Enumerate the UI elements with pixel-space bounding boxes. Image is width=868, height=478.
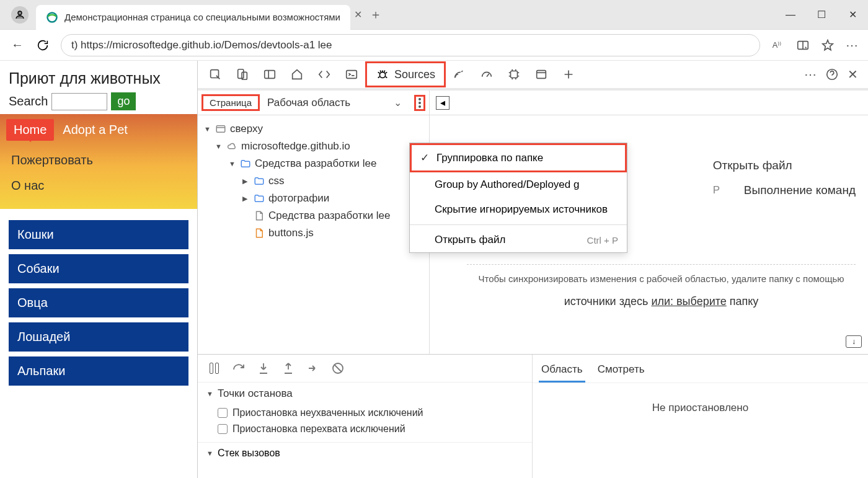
list-item[interactable]: Альпаки <box>9 356 188 386</box>
pause-button[interactable] <box>206 361 221 376</box>
inspect-icon[interactable] <box>202 61 229 88</box>
step-over-icon[interactable] <box>231 361 246 376</box>
welcome-icon[interactable] <box>283 61 311 88</box>
breakpoint-uncaught[interactable]: Приостановка неухваченных исключений <box>206 405 523 421</box>
refresh-button[interactable] <box>36 38 50 52</box>
reader-icon[interactable] <box>796 38 810 52</box>
close-button[interactable]: ✕ <box>837 3 868 27</box>
more-icon[interactable]: ⋯ <box>846 38 858 53</box>
tree-folder[interactable]: Средства разработки lee <box>198 155 429 172</box>
devtools-tabs: Sources ⋯ ✕ <box>198 61 868 91</box>
debugger-pane: Точки останова Приостановка неухваченных… <box>198 354 868 478</box>
file-icon <box>254 210 265 221</box>
close-devtools-icon[interactable]: ✕ <box>848 67 858 82</box>
svg-rect-11 <box>537 71 546 79</box>
main-content: Приют для животных Search go Home Adopt … <box>0 61 868 478</box>
tree-folder-css[interactable]: css <box>198 172 429 190</box>
workspace-tab[interactable]: Рабочая область <box>264 97 350 109</box>
nav-adopt[interactable]: Adopt a Pet <box>60 119 130 141</box>
svg-point-9 <box>379 72 385 77</box>
divider <box>410 224 627 225</box>
tree-folder-photos[interactable]: фотографии <box>198 190 429 207</box>
address-bar[interactable]: t) https://microsoftedge.github.io/Demos… <box>61 34 760 56</box>
more-options-button[interactable] <box>414 95 425 111</box>
profile-avatar[interactable] <box>11 6 29 24</box>
ctx-group-authored[interactable]: Group by Authored/Deployed g <box>410 172 627 197</box>
page-tab[interactable]: Страница <box>202 94 260 111</box>
browser-tab[interactable]: Демонстрационная страница со специальным… <box>36 5 350 30</box>
scope-tab[interactable]: Область <box>539 358 585 383</box>
browser-toolbar: ← t) https://microsoftedge.github.io/Dem… <box>0 30 868 61</box>
nav-home[interactable]: Home <box>6 119 54 141</box>
ctx-hide-ignored[interactable]: Скрытие игнорируемых источников <box>410 197 627 222</box>
step-icon[interactable] <box>306 361 321 376</box>
application-icon[interactable] <box>528 61 555 88</box>
memory-icon[interactable] <box>500 61 528 88</box>
deactivate-breakpoints-icon[interactable] <box>330 361 345 376</box>
context-menu: ✓ Группировка по папке Group by Authored… <box>409 143 627 253</box>
list-item[interactable]: Собаки <box>9 254 188 283</box>
nav-about[interactable]: О нас <box>0 171 197 197</box>
svg-rect-5 <box>238 69 244 79</box>
sources-navigator: Страница Рабочая область ⌄ сверху <box>198 91 430 354</box>
device-icon[interactable] <box>229 61 256 88</box>
search-label: Search <box>9 94 48 108</box>
debug-toolbar <box>198 355 532 383</box>
add-tab-icon[interactable] <box>555 61 582 88</box>
console-icon[interactable] <box>338 61 365 88</box>
collapse-icon[interactable]: ◂ <box>436 96 450 110</box>
check-icon: ✓ <box>420 151 430 164</box>
tree-domain[interactable]: microsoftedge.github.io <box>198 138 429 155</box>
svg-text:A⁾⁾: A⁾⁾ <box>773 40 782 49</box>
folder-icon <box>240 158 251 169</box>
animal-list: Кошки Собаки Овца Лошадей Альпаки <box>0 209 197 397</box>
shortcut: Ctrl + P <box>587 235 618 246</box>
tree-file-html[interactable]: Средства разработки lee <box>198 207 429 224</box>
chevron-down-icon[interactable]: ⌄ <box>389 97 407 108</box>
breakpoint-caught[interactable]: Приостановка перехвата исключений <box>206 421 523 437</box>
step-out-icon[interactable] <box>281 361 296 376</box>
download-icon[interactable]: ↓ <box>846 335 862 348</box>
list-item[interactable]: Овца <box>9 288 188 317</box>
checkbox[interactable] <box>218 424 228 434</box>
folder-icon <box>254 175 265 187</box>
favorite-icon[interactable] <box>821 38 835 52</box>
step-into-icon[interactable] <box>256 361 271 376</box>
back-button[interactable]: ← <box>10 38 25 52</box>
network-icon[interactable] <box>446 61 473 88</box>
list-item[interactable]: Кошки <box>9 220 188 249</box>
ctx-group-by-folder[interactable]: ✓ Группировка по папке <box>410 143 627 172</box>
tree-file-js[interactable]: buttons.js <box>198 224 429 242</box>
svg-rect-13 <box>216 126 225 133</box>
search-input[interactable] <box>51 93 107 110</box>
performance-icon[interactable] <box>473 61 500 88</box>
sources-tab[interactable]: Sources <box>365 61 446 87</box>
list-item[interactable]: Лошадей <box>9 322 188 352</box>
checkbox[interactable] <box>218 408 228 418</box>
ctx-open-file[interactable]: Открыть файл Ctrl + P <box>410 228 627 252</box>
url-text: t) https://microsoftedge.github.io/Demos… <box>71 39 332 51</box>
maximize-button[interactable]: ☐ <box>806 3 837 27</box>
go-button[interactable]: go <box>111 92 136 110</box>
tree-top[interactable]: сверху <box>198 120 429 138</box>
new-tab-icon[interactable]: ＋ <box>370 6 382 23</box>
breakpoints-header[interactable]: Точки останова <box>206 387 523 400</box>
select-folder-link[interactable]: или: выберите <box>651 295 726 308</box>
read-aloud-icon[interactable]: A⁾⁾ <box>771 38 785 52</box>
more-tools-icon[interactable]: ⋯ <box>804 67 817 82</box>
minimize-button[interactable]: — <box>775 3 806 27</box>
page-title: Приют для животных <box>9 69 188 87</box>
watch-tab[interactable]: Смотреть <box>595 358 647 383</box>
help-icon[interactable] <box>825 68 839 81</box>
file-icon <box>254 228 265 239</box>
sources-label: Sources <box>394 68 435 81</box>
page-nav: Home Adopt a Pet Пожертвовать О нас <box>0 114 197 209</box>
folder-icon <box>254 193 265 204</box>
callstack-header[interactable]: Стек вызовов <box>198 442 532 464</box>
not-paused-message: Не приостановлено <box>533 383 868 478</box>
elements-icon[interactable] <box>311 61 338 88</box>
panel-icon[interactable] <box>256 61 283 88</box>
tab-close-icon[interactable]: ✕ <box>354 9 362 20</box>
window-controls: — ☐ ✕ <box>775 3 868 27</box>
nav-donate[interactable]: Пожертвовать <box>0 146 197 171</box>
